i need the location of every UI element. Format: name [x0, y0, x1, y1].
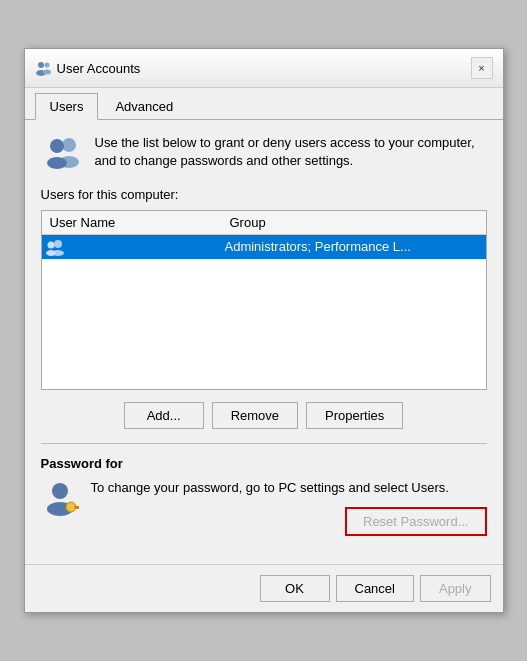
info-section: Use the list below to grant or deny user…	[41, 134, 487, 170]
svg-point-2	[44, 63, 49, 68]
main-content: Use the list below to grant or deny user…	[25, 120, 503, 564]
password-text-col: To change your password, go to PC settin…	[91, 479, 487, 536]
svg-point-0	[38, 62, 44, 68]
svg-rect-17	[76, 506, 78, 509]
action-buttons: Add... Remove Properties	[41, 402, 487, 429]
svg-point-10	[47, 241, 54, 248]
svg-point-3	[43, 70, 51, 75]
password-text: To change your password, go to PC settin…	[91, 479, 487, 497]
password-header: Password for	[41, 456, 487, 471]
password-section: Password for To change your password, go…	[41, 456, 487, 536]
svg-point-7	[47, 157, 67, 169]
user-list-container: User Name Group Administrators; Performa…	[41, 210, 487, 390]
table-row[interactable]: Administrators; Performance L...	[42, 235, 486, 259]
password-info: To change your password, go to PC settin…	[41, 479, 487, 536]
remove-button[interactable]: Remove	[212, 402, 298, 429]
svg-point-11	[46, 250, 56, 256]
svg-rect-16	[78, 506, 79, 509]
svg-point-8	[54, 240, 62, 248]
reset-password-button[interactable]: Reset Password...	[345, 507, 487, 536]
svg-point-12	[52, 483, 68, 499]
users-section-label: Users for this computer:	[41, 187, 487, 202]
cancel-button[interactable]: Cancel	[336, 575, 414, 602]
svg-point-6	[50, 139, 64, 153]
title-bar: User Accounts ×	[25, 49, 503, 88]
svg-point-4	[62, 138, 76, 152]
ok-button[interactable]: OK	[260, 575, 330, 602]
info-text: Use the list below to grant or deny user…	[95, 134, 487, 170]
bottom-buttons: OK Cancel Apply	[25, 564, 503, 612]
password-icon	[41, 479, 79, 517]
title-bar-left: User Accounts	[35, 60, 141, 76]
window-title: User Accounts	[57, 61, 141, 76]
user-accounts-window: User Accounts × Users Advanced Use the l…	[24, 48, 504, 613]
tab-advanced[interactable]: Advanced	[100, 93, 188, 120]
col-username-header: User Name	[50, 215, 230, 230]
close-button[interactable]: ×	[471, 57, 493, 79]
properties-button[interactable]: Properties	[306, 402, 403, 429]
users-group-icon	[41, 134, 83, 170]
title-icon	[35, 60, 51, 76]
user-row-group: Administrators; Performance L...	[225, 239, 482, 254]
tab-bar: Users Advanced	[25, 88, 503, 120]
tab-users[interactable]: Users	[35, 93, 99, 120]
user-list-header: User Name Group	[42, 211, 486, 235]
divider	[41, 443, 487, 444]
user-row-icon	[46, 238, 66, 256]
apply-button[interactable]: Apply	[420, 575, 491, 602]
col-group-header: Group	[230, 215, 266, 230]
add-button[interactable]: Add...	[124, 402, 204, 429]
